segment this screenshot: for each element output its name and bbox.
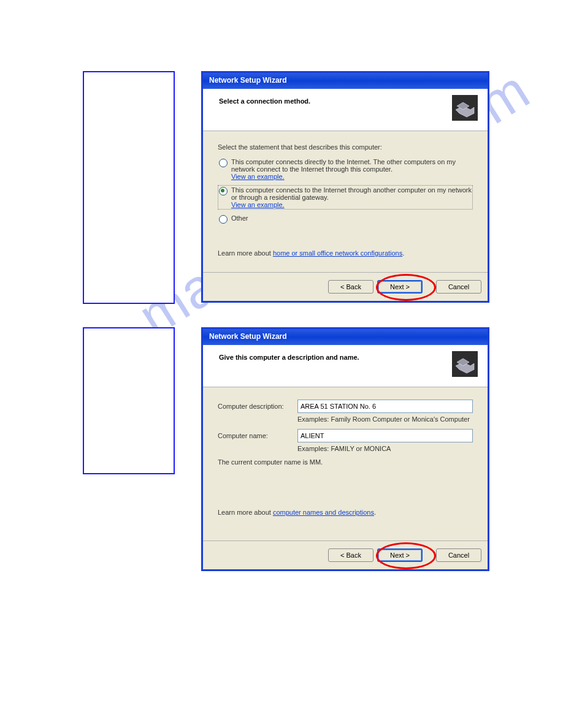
instruction-text: Select the statement that best describes…	[218, 143, 473, 151]
wizard-content: Select the statement that best describes…	[203, 131, 488, 272]
wizard-heading: Give this computer a description and nam…	[213, 351, 359, 361]
next-button[interactable]: Next >	[377, 548, 423, 562]
radio-icon	[219, 215, 228, 224]
wizard-heading: Select a connection method.	[213, 95, 310, 105]
option-label: Other	[231, 214, 472, 222]
label-computer-name: Computer name:	[218, 432, 297, 439]
sidebar-placeholder-1	[83, 71, 175, 304]
label-computer-description: Computer description:	[218, 403, 297, 410]
network-wizard-name: Network Setup Wizard Give this computer …	[201, 327, 489, 571]
option-text: This computer connects directly to the I…	[231, 158, 472, 180]
view-example-link[interactable]: View an example.	[231, 201, 285, 208]
wizard-content: Computer description: Examples: Family R…	[203, 387, 488, 540]
computer-description-input[interactable]	[297, 400, 473, 413]
option-direct-internet[interactable]: This computer connects directly to the I…	[218, 157, 473, 181]
example-description: Examples: Family Room Computer or Monica…	[297, 415, 473, 423]
learn-more-link[interactable]: computer names and descriptions	[273, 509, 374, 516]
wizard-header: Give this computer a description and nam…	[203, 345, 488, 387]
computer-name-input[interactable]	[297, 429, 473, 442]
dot: .	[374, 509, 376, 516]
learn-more: Learn more about computer names and desc…	[218, 509, 473, 516]
option-text: This computer connects to the Internet t…	[231, 186, 472, 208]
button-bar: < Back Next > Cancel	[203, 272, 488, 301]
button-bar: < Back Next > Cancel	[203, 540, 488, 569]
dot: .	[402, 249, 404, 257]
option-other[interactable]: Other	[218, 213, 473, 225]
network-wizard-connection: Network Setup Wizard Select a connection…	[201, 71, 489, 303]
row-computer-name: Computer name:	[218, 429, 473, 442]
option-label: This computer connects directly to the I…	[231, 158, 456, 173]
example-name: Examples: FAMILY or MONICA	[297, 445, 473, 452]
titlebar: Network Setup Wizard	[203, 329, 488, 345]
learn-more-prefix: Learn more about	[218, 249, 273, 257]
titlebar: Network Setup Wizard	[203, 73, 488, 89]
option-label: This computer connects to the Internet t…	[231, 186, 472, 201]
learn-more-prefix: Learn more about	[218, 509, 273, 516]
radio-icon	[219, 187, 228, 195]
sidebar-placeholder-2	[83, 327, 175, 474]
network-icon	[452, 351, 478, 377]
network-icon	[452, 95, 478, 121]
row-computer-description: Computer description:	[218, 400, 473, 413]
back-button[interactable]: < Back	[328, 548, 373, 562]
learn-more: Learn more about home or small office ne…	[218, 249, 473, 257]
wizard-header: Select a connection method.	[203, 89, 488, 131]
next-button[interactable]: Next >	[377, 280, 423, 294]
radio-icon	[219, 159, 228, 167]
learn-more-link[interactable]: home or small office network configurati…	[273, 249, 402, 257]
view-example-link[interactable]: View an example.	[231, 173, 285, 180]
current-computer-name: The current computer name is MM.	[218, 458, 473, 466]
option-through-gateway[interactable]: This computer connects to the Internet t…	[218, 185, 473, 210]
cancel-button[interactable]: Cancel	[436, 280, 481, 294]
back-button[interactable]: < Back	[328, 280, 373, 294]
cancel-button[interactable]: Cancel	[436, 548, 481, 562]
